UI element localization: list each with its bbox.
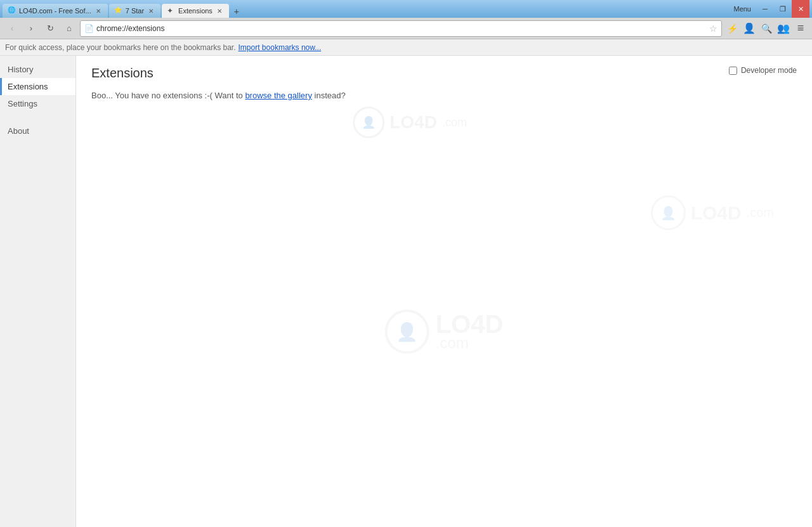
menu-label[interactable]: Menu bbox=[728, 5, 756, 13]
bookmarks-bar: For quick access, place your bookmarks h… bbox=[0, 39, 812, 56]
tab-lo4d-label: LO4D.com - Free Sof... bbox=[19, 7, 91, 15]
tab-extensions-close[interactable]: ✕ bbox=[215, 6, 224, 15]
search-button[interactable]: 🔍 bbox=[759, 21, 774, 36]
developer-mode-label: Developer mode bbox=[741, 66, 797, 75]
developer-mode-row: Developer mode bbox=[729, 66, 797, 75]
title-bar: 🌐 LO4D.com - Free Sof... ✕ ⭐ 7 Star ✕ ✦ … bbox=[0, 0, 812, 18]
watermark-right: 👤 LO4D.com bbox=[651, 195, 774, 230]
menu-button[interactable]: ≡ bbox=[793, 21, 808, 36]
nav-right-controls: ⚡ 👤 🔍 👥 ≡ bbox=[724, 21, 808, 36]
tab-7star-label: 7 Star bbox=[126, 7, 144, 15]
watermark-center: 👤 LO4D .com bbox=[385, 309, 504, 354]
tab-lo4d[interactable]: 🌐 LO4D.com - Free Sof... ✕ bbox=[3, 4, 108, 18]
sidebar-item-history[interactable]: History bbox=[0, 61, 75, 78]
tab-7star-close[interactable]: ✕ bbox=[147, 6, 155, 15]
tab-extensions[interactable]: ✦ Extensions ✕ bbox=[162, 4, 229, 18]
reload-button[interactable]: ↻ bbox=[42, 20, 58, 37]
no-extensions-text: Boo... You have no extensions :-( bbox=[91, 91, 213, 100]
profile-icon-button[interactable]: 👤 bbox=[742, 21, 757, 36]
sidebar-item-extensions[interactable]: Extensions bbox=[0, 78, 75, 95]
sidebar-item-about[interactable]: About bbox=[0, 122, 75, 140]
bookmark-star-icon[interactable]: ☆ bbox=[709, 23, 717, 34]
close-button[interactable]: ✕ bbox=[792, 0, 809, 18]
tab-group: 🌐 LO4D.com - Free Sof... ✕ ⭐ 7 Star ✕ ✦ … bbox=[3, 0, 728, 18]
window-controls: Menu ─ ❐ ✕ bbox=[728, 0, 809, 18]
profile-button2[interactable]: 👥 bbox=[776, 21, 791, 36]
home-button[interactable]: ⌂ bbox=[61, 20, 77, 37]
page-title: Extensions bbox=[91, 66, 797, 81]
bolt-icon-button[interactable]: ⚡ bbox=[724, 21, 740, 36]
watermark-top: 👤 LO4D.com bbox=[353, 107, 467, 138]
tab-extensions-label: Extensions bbox=[178, 7, 213, 15]
restore-button[interactable]: ❐ bbox=[774, 0, 792, 18]
tab-lo4d-icon: 🌐 bbox=[8, 6, 16, 15]
tab-extensions-icon: ✦ bbox=[167, 6, 176, 15]
tab-7star[interactable]: ⭐ 7 Star ✕ bbox=[109, 4, 160, 18]
sidebar-spacer bbox=[0, 112, 75, 122]
page-icon: 📄 bbox=[84, 24, 94, 33]
import-bookmarks-link[interactable]: Import bookmarks now... bbox=[239, 43, 322, 52]
minimize-button[interactable]: ─ bbox=[756, 0, 774, 18]
tab-lo4d-close[interactable]: ✕ bbox=[94, 6, 103, 15]
address-input[interactable] bbox=[96, 24, 707, 33]
browse-prompt: Want to bbox=[214, 91, 242, 100]
new-tab-button[interactable]: + bbox=[229, 5, 244, 18]
developer-mode-checkbox[interactable] bbox=[729, 67, 737, 75]
sidebar-item-settings[interactable]: Settings bbox=[0, 95, 75, 112]
extensions-message: Boo... You have no extensions :-( Want t… bbox=[91, 91, 797, 100]
tab-7star-icon: ⭐ bbox=[114, 6, 123, 15]
main-panel: Developer mode Extensions 👤 LO4D.com Boo… bbox=[76, 56, 812, 527]
sidebar: History Extensions Settings About bbox=[0, 56, 76, 527]
nav-bar: ‹ › ↻ ⌂ 📄 ☆ ⚡ 👤 🔍 👥 ≡ bbox=[0, 18, 812, 39]
browse-gallery-link[interactable]: browse the gallery bbox=[245, 91, 312, 100]
address-bar-wrapper: 📄 ☆ bbox=[80, 20, 722, 37]
forward-button[interactable]: › bbox=[23, 20, 39, 37]
browse-suffix: instead? bbox=[315, 91, 346, 100]
back-button[interactable]: ‹ bbox=[4, 20, 20, 37]
bookmarks-message: For quick access, place your bookmarks h… bbox=[5, 43, 236, 52]
content-area: History Extensions Settings About Develo… bbox=[0, 56, 812, 527]
